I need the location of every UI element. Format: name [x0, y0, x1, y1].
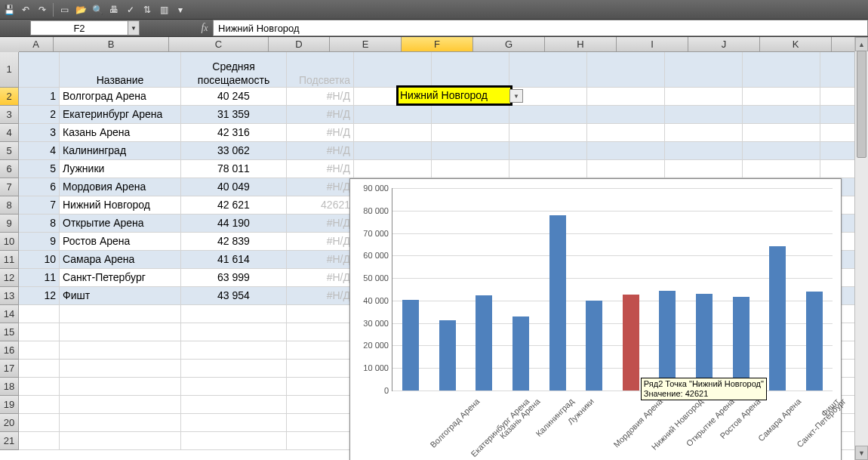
row-header-17[interactable]: 17 [0, 360, 19, 378]
scroll-thumb[interactable] [857, 51, 866, 158]
cell[interactable] [743, 160, 820, 178]
cell[interactable] [432, 160, 509, 178]
cell[interactable] [509, 106, 587, 124]
row-header-1[interactable]: 1 [0, 52, 19, 88]
cell[interactable]: 5 [19, 160, 60, 178]
chart-bar[interactable] [733, 297, 749, 391]
row-header-20[interactable]: 20 [0, 414, 19, 432]
cell[interactable]: Нижний Новгород [60, 196, 181, 215]
cell[interactable]: 3 [19, 124, 60, 142]
cell[interactable]: 41 614 [181, 251, 287, 269]
cell[interactable] [181, 396, 287, 414]
chart-bar[interactable] [476, 295, 492, 391]
cell[interactable]: Санкт-Петербург [60, 269, 181, 287]
cell[interactable]: 42621 [287, 196, 354, 215]
cell[interactable]: 6 [19, 178, 60, 196]
cell[interactable] [287, 341, 354, 360]
cell[interactable]: 1 [19, 88, 60, 106]
cell[interactable]: 8 [19, 215, 60, 233]
cell[interactable]: 42 316 [181, 124, 287, 142]
cell[interactable] [665, 160, 743, 178]
cell[interactable]: #Н/Д [287, 142, 354, 160]
cell[interactable]: 78 011 [181, 160, 287, 178]
row-header-13[interactable]: 13 [0, 287, 19, 305]
chart-bar[interactable] [623, 295, 639, 391]
cell[interactable]: 40 245 [181, 88, 287, 106]
chart-bar[interactable] [512, 316, 529, 391]
spreadsheet-grid[interactable]: ABCDEFGHIJKL 123456789101112131415161718… [0, 37, 868, 460]
cell[interactable] [587, 124, 665, 142]
column-header-B[interactable]: B [54, 37, 169, 52]
row-header-10[interactable]: 10 [0, 233, 19, 251]
cell[interactable] [60, 432, 181, 450]
cell[interactable]: Фишт [60, 287, 181, 305]
cell[interactable]: Средняяпосещаемость [181, 52, 287, 88]
cell[interactable]: Мордовия Арена [60, 178, 181, 196]
fx-icon[interactable]: fx [196, 20, 213, 36]
print-icon[interactable]: 🖶 [108, 4, 120, 16]
cell[interactable] [587, 52, 665, 88]
cell[interactable] [587, 160, 665, 178]
cell[interactable]: Название [60, 52, 181, 88]
cell[interactable]: #Н/Д [287, 178, 354, 196]
cell[interactable] [354, 160, 432, 178]
cell[interactable] [665, 88, 743, 106]
cell[interactable] [19, 360, 60, 378]
chart-bar[interactable] [439, 320, 456, 391]
row-header-3[interactable]: 3 [0, 106, 19, 124]
cell[interactable] [19, 341, 60, 360]
cell[interactable]: 43 954 [181, 287, 287, 305]
row-header-4[interactable]: 4 [0, 124, 19, 142]
cell[interactable]: Калининград [60, 142, 181, 160]
chart-bar[interactable] [696, 294, 713, 391]
cell[interactable] [60, 341, 181, 360]
column-header-D[interactable]: D [269, 37, 330, 52]
cell[interactable] [60, 414, 181, 432]
cell[interactable]: 11 [19, 269, 60, 287]
cell[interactable]: Подсветка [287, 52, 354, 88]
name-box-input[interactable] [30, 20, 128, 36]
cell[interactable]: 10 [19, 251, 60, 269]
cell[interactable] [19, 323, 60, 341]
cell[interactable] [743, 124, 820, 142]
cell[interactable] [19, 305, 60, 323]
cell[interactable] [665, 142, 743, 160]
formula-bar-input[interactable]: Нижний Новгород [213, 20, 868, 36]
cell[interactable]: 9 [19, 233, 60, 251]
cell[interactable] [19, 52, 60, 88]
column-header-I[interactable]: I [617, 37, 688, 52]
cell[interactable]: Екатеринбург Арена [60, 106, 181, 124]
active-cell[interactable]: Нижний Новгород [396, 85, 512, 106]
cell[interactable] [432, 124, 509, 142]
row-header-6[interactable]: 6 [0, 160, 19, 178]
row-header-14[interactable]: 14 [0, 305, 19, 323]
chart-bar[interactable] [586, 301, 602, 391]
cell[interactable] [19, 432, 60, 450]
cell[interactable] [287, 396, 354, 414]
column-header-K[interactable]: K [760, 37, 832, 52]
cell[interactable]: #Н/Д [287, 160, 354, 178]
cell[interactable]: 42 621 [181, 196, 287, 215]
row-header-5[interactable]: 5 [0, 142, 19, 160]
cell[interactable] [60, 378, 181, 396]
cell[interactable]: 12 [19, 287, 60, 305]
column-header-H[interactable]: H [545, 37, 617, 52]
sort-icon[interactable]: ⇅ [141, 4, 153, 16]
cell[interactable] [354, 106, 432, 124]
cell[interactable]: Волгоград Арена [60, 88, 181, 106]
column-header-C[interactable]: C [169, 37, 269, 52]
cell[interactable] [432, 142, 509, 160]
cell[interactable] [287, 305, 354, 323]
cell[interactable]: Лужники [60, 160, 181, 178]
cell[interactable]: #Н/Д [287, 287, 354, 305]
vertical-scrollbar[interactable]: ▲ ▼ [854, 37, 868, 460]
cell[interactable] [743, 106, 820, 124]
cell[interactable] [287, 323, 354, 341]
cell[interactable] [19, 396, 60, 414]
cell[interactable]: #Н/Д [287, 251, 354, 269]
cell[interactable] [19, 378, 60, 396]
cell[interactable] [509, 142, 587, 160]
cell[interactable]: #Н/Д [287, 269, 354, 287]
cell[interactable] [587, 88, 665, 106]
column-header-E[interactable]: E [330, 37, 402, 52]
